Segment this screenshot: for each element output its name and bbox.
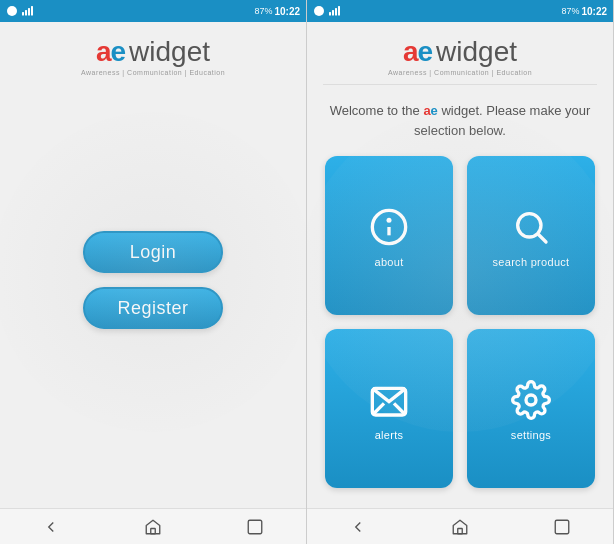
right-logo-widget-text: widget bbox=[436, 36, 517, 68]
right-nav-bar bbox=[307, 508, 613, 544]
svg-rect-11 bbox=[335, 8, 337, 16]
right-home-button[interactable] bbox=[446, 513, 474, 541]
login-button[interactable]: Login bbox=[83, 231, 223, 273]
svg-line-17 bbox=[539, 234, 547, 242]
settings-icon-container bbox=[508, 377, 554, 423]
search-product-label: search product bbox=[493, 256, 570, 268]
logo-a: a bbox=[96, 36, 111, 67]
register-button[interactable]: Register bbox=[83, 287, 223, 329]
right-battery-pct: 87% bbox=[561, 6, 579, 16]
svg-line-20 bbox=[394, 403, 406, 415]
left-phone-panel: 87% 10:22 ae widget Awareness | Communic… bbox=[0, 0, 307, 544]
status-right: 87% 10:22 bbox=[254, 6, 300, 17]
left-nav-bar bbox=[0, 508, 306, 544]
welcome-pre: Welcome to the bbox=[330, 103, 424, 118]
svg-point-8 bbox=[314, 6, 324, 16]
svg-rect-1 bbox=[22, 12, 24, 16]
recent-icon bbox=[246, 518, 264, 536]
right-recent-button[interactable] bbox=[548, 513, 576, 541]
svg-rect-4 bbox=[31, 6, 33, 16]
right-logo-ae: ae bbox=[403, 36, 432, 68]
left-content-area: Login Register bbox=[0, 82, 306, 508]
back-icon bbox=[42, 518, 60, 536]
svg-rect-10 bbox=[332, 10, 334, 16]
welcome-ae-a: a bbox=[423, 103, 430, 118]
right-skype-icon bbox=[313, 5, 325, 17]
svg-rect-3 bbox=[28, 8, 30, 16]
svg-point-0 bbox=[7, 6, 17, 16]
svg-marker-22 bbox=[453, 520, 467, 534]
svg-rect-12 bbox=[338, 6, 340, 16]
right-logo-e: e bbox=[418, 36, 433, 67]
battery-pct: 87% bbox=[254, 6, 272, 16]
svg-rect-7 bbox=[248, 520, 262, 534]
alerts-button[interactable]: alerts bbox=[325, 329, 453, 488]
svg-marker-5 bbox=[146, 520, 160, 534]
alerts-label: alerts bbox=[375, 429, 404, 441]
home-button[interactable] bbox=[139, 513, 167, 541]
about-icon-container bbox=[366, 204, 412, 250]
svg-line-19 bbox=[372, 403, 384, 415]
info-icon bbox=[369, 207, 409, 247]
mail-icon bbox=[369, 380, 409, 420]
logo-widget-text: widget bbox=[129, 36, 210, 68]
left-status-bar: 87% 10:22 bbox=[0, 0, 306, 22]
back-button[interactable] bbox=[37, 513, 65, 541]
search-product-button[interactable]: search product bbox=[467, 156, 595, 315]
right-header: ae widget Awareness | Communication | Ed… bbox=[307, 22, 613, 91]
about-label: about bbox=[374, 256, 403, 268]
svg-point-21 bbox=[526, 395, 536, 405]
logo-tagline: Awareness | Communication | Education bbox=[81, 69, 225, 76]
menu-grid: about search product bbox=[307, 146, 613, 508]
right-logo: ae widget bbox=[403, 36, 517, 68]
logo: ae widget bbox=[96, 36, 210, 68]
svg-rect-23 bbox=[458, 528, 463, 533]
right-status-time: 10:22 bbox=[581, 6, 607, 17]
right-logo-a: a bbox=[403, 36, 418, 67]
about-button[interactable]: about bbox=[325, 156, 453, 315]
right-status-icons-left bbox=[313, 5, 340, 17]
svg-rect-9 bbox=[329, 12, 331, 16]
left-header: ae widget Awareness | Communication | Ed… bbox=[0, 22, 306, 82]
settings-button[interactable]: settings bbox=[467, 329, 595, 488]
right-status-right: 87% 10:22 bbox=[561, 6, 607, 17]
svg-rect-2 bbox=[25, 10, 27, 16]
logo-e: e bbox=[111, 36, 126, 67]
welcome-post: widget. Please make your selection below… bbox=[414, 103, 590, 138]
header-divider bbox=[323, 84, 597, 85]
svg-rect-6 bbox=[151, 528, 156, 533]
right-signal-icon bbox=[328, 5, 340, 17]
right-status-bar: 87% 10:22 bbox=[307, 0, 613, 22]
right-back-button[interactable] bbox=[344, 513, 372, 541]
settings-label: settings bbox=[511, 429, 551, 441]
signal-icon bbox=[21, 5, 33, 17]
welcome-message: Welcome to the ae widget. Please make yo… bbox=[307, 91, 613, 146]
home-icon bbox=[144, 518, 162, 536]
logo-ae: ae bbox=[96, 36, 125, 68]
alerts-icon-container bbox=[366, 377, 412, 423]
right-phone-panel: 87% 10:22 ae widget Awareness | Communic… bbox=[307, 0, 614, 544]
right-logo-tagline: Awareness | Communication | Education bbox=[388, 69, 532, 76]
right-back-icon bbox=[349, 518, 367, 536]
search-icon bbox=[511, 207, 551, 247]
search-icon-container bbox=[508, 204, 554, 250]
skype-icon bbox=[6, 5, 18, 17]
status-icons-left bbox=[6, 5, 33, 17]
welcome-ae-e: e bbox=[431, 103, 438, 118]
recent-button[interactable] bbox=[241, 513, 269, 541]
gear-icon bbox=[511, 380, 551, 420]
status-time: 10:22 bbox=[274, 6, 300, 17]
right-home-icon bbox=[451, 518, 469, 536]
right-recent-icon bbox=[553, 518, 571, 536]
svg-rect-24 bbox=[555, 520, 569, 534]
